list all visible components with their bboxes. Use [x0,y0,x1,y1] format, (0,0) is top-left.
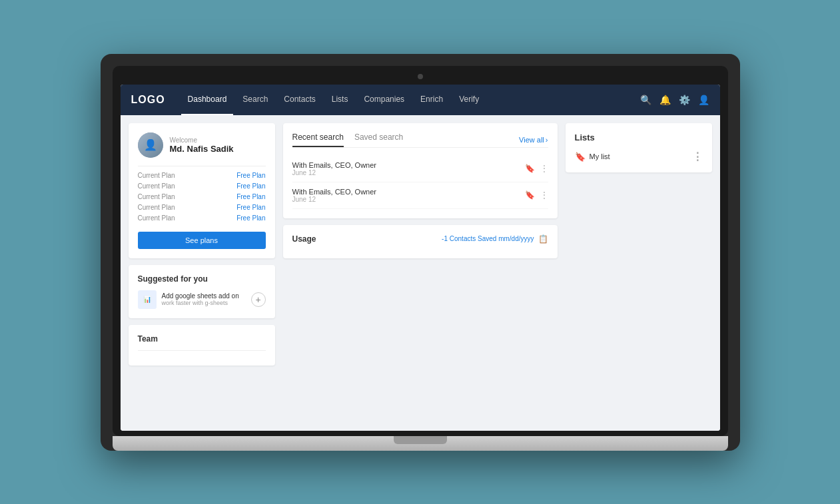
profile-header: 👤 Welcome Md. Nafis Sadik [138,132,266,158]
nav-item-enrich[interactable]: Enrich [414,85,450,115]
add-suggestion-button[interactable]: + [251,292,266,307]
view-all-text: View all [519,136,544,144]
right-column: Lists 🔖 My list ⋮ [566,123,712,423]
laptop-camera [418,74,423,79]
suggestion-sub: work faster with g-sheets [162,300,246,306]
suggestion-icon: 📊 [138,290,157,309]
search-item-1-title: With Emails, CEO, Owner [292,161,525,169]
search-item-1-date: June 12 [292,169,525,176]
list-item-1-more[interactable]: ⋮ [692,150,703,163]
plan-row-5: Current Plan Free Plan [138,214,266,222]
calendar-icon[interactable]: 📋 [538,234,548,244]
search-item-1: With Emails, CEO, Owner June 12 🔖 ⋮ [292,156,548,182]
plan-label-1: Current Plan [138,172,175,179]
team-title: Team [138,334,266,344]
nav-icons: 🔍 🔔 ⚙️ 👤 [640,95,709,105]
welcome-text: Welcome [170,136,234,144]
bookmark-icon-1[interactable]: 🔖 [525,164,535,173]
team-divider [138,350,266,351]
plan-row-2: Current Plan Free Plan [138,182,266,190]
nav-logo: LOGO [131,94,165,106]
list-bookmark-icon: 🔖 [575,152,586,162]
plan-label-5: Current Plan [138,214,175,222]
avatar-image: 👤 [138,132,163,158]
plan-row-4: Current Plan Free Plan [138,204,266,211]
suggestion-main: Add google sheets add on [162,292,246,300]
laptop-screen: LOGO Dashboard Search Contacts Lists Com… [121,85,720,431]
see-plans-button[interactable]: See plans [138,232,266,249]
chevron-right-icon: › [546,136,548,144]
search-item-2: With Emails, CEO, Owner June 12 🔖 ⋮ [292,182,548,209]
laptop-hinge [394,436,447,444]
more-icon-2[interactable]: ⋮ [540,190,548,200]
left-column: 👤 Welcome Md. Nafis Sadik Current Plan [129,123,275,423]
search-item-1-content: With Emails, CEO, Owner June 12 [292,161,525,176]
usage-meta: -1 Contacts Saved mm/dd/yyyy 📋 [442,234,548,244]
search-item-2-content: With Emails, CEO, Owner June 12 [292,188,525,203]
suggested-title: Suggested for you [138,274,266,284]
suggestion-item: 📊 Add google sheets add on work faster w… [138,290,266,309]
search-tabs: Recent search Saved search View all › [292,132,548,148]
recent-search-card: Recent search Saved search View all › Wi… [283,123,558,218]
laptop-outer: LOGO Dashboard Search Contacts Lists Com… [101,54,740,451]
nav-item-search[interactable]: Search [236,85,274,115]
plan-value-4: Free Plan [236,204,265,211]
plan-value-5: Free Plan [236,214,265,222]
list-item-1-name: My list [590,152,610,160]
profile-divider [138,166,266,166]
usage-card: Usage -1 Contacts Saved mm/dd/yyyy 📋 [283,225,558,258]
usage-title: Usage [292,234,316,244]
tab-saved-search[interactable]: Saved search [354,132,403,147]
plan-label-2: Current Plan [138,182,175,190]
laptop-screen-bezel: LOGO Dashboard Search Contacts Lists Com… [113,66,728,436]
avatar: 👤 [138,132,163,158]
app: LOGO Dashboard Search Contacts Lists Com… [121,85,720,431]
plan-value-3: Free Plan [236,193,265,200]
settings-icon[interactable]: ⚙️ [679,95,690,105]
nav-items: Dashboard Search Contacts Lists Companie… [181,85,640,115]
laptop-base [113,436,728,451]
plan-value-1: Free Plan [236,172,265,179]
lists-card: Lists 🔖 My list ⋮ [566,123,712,172]
bookmark-icon-2[interactable]: 🔖 [525,190,535,200]
plan-label-3: Current Plan [138,193,175,200]
bell-icon[interactable]: 🔔 [659,95,671,105]
search-item-2-date: June 12 [292,196,525,203]
middle-column: Recent search Saved search View all › Wi… [283,123,558,423]
search-item-2-title: With Emails, CEO, Owner [292,188,525,196]
list-item-1: 🔖 My list ⋮ [575,150,703,163]
lists-header: Lists [575,132,703,142]
profile-info: Welcome Md. Nafis Sadik [170,136,234,154]
main-content: 👤 Welcome Md. Nafis Sadik Current Plan [121,115,720,431]
profile-card: 👤 Welcome Md. Nafis Sadik Current Plan [129,123,275,258]
more-icon-1[interactable]: ⋮ [540,164,548,173]
user-name: Md. Nafis Sadik [170,144,234,154]
usage-meta-text: -1 Contacts Saved mm/dd/yyyy [442,235,534,242]
usage-header: Usage -1 Contacts Saved mm/dd/yyyy 📋 [292,234,548,244]
plan-value-2: Free Plan [236,182,265,190]
search-icon[interactable]: 🔍 [640,95,651,105]
user-icon[interactable]: 👤 [698,95,709,105]
plan-row-3: Current Plan Free Plan [138,193,266,200]
team-card: Team [129,325,275,366]
nav-item-verify[interactable]: Verify [452,85,486,115]
nav-item-lists[interactable]: Lists [325,85,355,115]
view-all-link[interactable]: View all › [519,132,548,147]
nav-item-dashboard[interactable]: Dashboard [181,85,234,115]
suggested-card: Suggested for you 📊 Add google sheets ad… [129,265,275,318]
plan-label-4: Current Plan [138,204,175,211]
navbar: LOGO Dashboard Search Contacts Lists Com… [121,85,720,115]
nav-item-companies[interactable]: Companies [357,85,411,115]
list-item-1-left: 🔖 My list [575,152,610,162]
search-item-1-actions: 🔖 ⋮ [525,164,548,173]
search-item-2-actions: 🔖 ⋮ [525,190,548,200]
plan-row-1: Current Plan Free Plan [138,172,266,179]
nav-item-contacts[interactable]: Contacts [277,85,322,115]
suggestion-text: Add google sheets add on work faster wit… [162,292,246,306]
tab-recent-search[interactable]: Recent search [292,132,344,147]
